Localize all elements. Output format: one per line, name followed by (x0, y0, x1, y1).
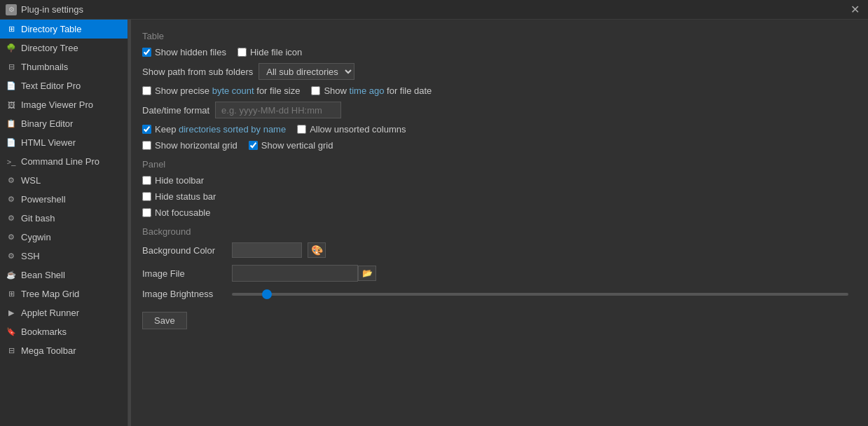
not-focusable-row: Not focusable (142, 207, 857, 218)
close-button[interactable]: ✕ (848, 3, 862, 16)
show-vert-grid-checkbox[interactable] (249, 141, 258, 150)
image-file-label: Image File (142, 268, 226, 279)
hide-toolbar-row: Hide toolbar (142, 175, 857, 186)
show-hidden-files-text: Show hidden files (155, 47, 226, 57)
table-section-title: Table (142, 31, 857, 41)
show-path-select[interactable]: All sub directoriesNoneImmediate (259, 63, 354, 80)
sidebar-item-powershell[interactable]: ⚙Powershell (0, 190, 128, 209)
sidebar-item-directory-tree[interactable]: 🌳Directory Tree (0, 39, 128, 57)
not-focusable-checkbox[interactable] (142, 208, 151, 217)
sidebar-item-applet-runner[interactable]: ▶Applet Runner (0, 303, 128, 322)
allow-unsorted-text: Allow unsorted columns (310, 124, 406, 135)
sidebar-icon-html-viewer: 📄 (6, 137, 17, 149)
hide-statusbar-checkbox[interactable] (142, 192, 151, 201)
hide-toolbar-text: Hide toolbar (155, 175, 204, 186)
sidebar-item-directory-table[interactable]: ⊞Directory Table (0, 20, 128, 39)
sidebar-label-tree-map-grid: Tree Map Grid (21, 289, 79, 299)
sidebar-item-bookmarks[interactable]: 🔖Bookmarks (0, 322, 128, 341)
sidebar-icon-powershell: ⚙ (6, 194, 17, 205)
grid-row: Show horizontal grid Show vertical grid (142, 140, 857, 151)
sidebar-item-ssh[interactable]: ⚙SSH (0, 247, 128, 266)
sidebar-label-command-line-pro: Command Line Pro (21, 156, 99, 167)
sidebar-item-text-editor-pro[interactable]: 📄Text Editor Pro (0, 76, 128, 95)
hide-toolbar-checkbox[interactable] (142, 176, 151, 185)
sidebar-label-html-viewer: HTML Viewer (21, 137, 76, 148)
sidebar-item-binary-editor[interactable]: 📋Binary Editor (0, 114, 128, 133)
sidebar-icon-text-editor-pro: 📄 (6, 81, 17, 92)
hide-file-icon-label[interactable]: Hide file icon (237, 47, 302, 57)
sidebar-icon-image-viewer-pro: 🖼 (6, 99, 17, 111)
sidebar-item-html-viewer[interactable]: 📄HTML Viewer (0, 133, 128, 152)
hide-statusbar-text: Hide status bar (155, 191, 216, 202)
show-horiz-grid-text: Show horizontal grid (155, 140, 237, 151)
keep-dirs-label[interactable]: Keep directories sorted by name (142, 124, 286, 135)
sidebar-icon-bean-shell: ☕ (6, 270, 17, 281)
sidebar-icon-mega-toolbar: ⊟ (6, 345, 17, 357)
sidebar-item-mega-toolbar[interactable]: ⊟Mega Toolbar (0, 341, 128, 360)
hide-statusbar-label[interactable]: Hide status bar (142, 191, 216, 202)
panel-section-title: Panel (142, 159, 857, 170)
sidebar-label-cygwin: Cygwin (21, 232, 51, 242)
sidebar-label-ssh: SSH (21, 251, 40, 261)
sidebar-item-cygwin[interactable]: ⚙Cygwin (0, 228, 128, 247)
time-ago-text: Show time ago for file date (324, 85, 432, 96)
keep-dirs-text: Keep directories sorted by name (155, 124, 286, 135)
image-brightness-slider[interactable] (232, 293, 848, 296)
sidebar-label-git-bash: Git bash (21, 213, 55, 224)
hide-toolbar-label[interactable]: Hide toolbar (142, 175, 204, 186)
color-picker-button[interactable]: 🎨 (308, 242, 326, 258)
precise-byte-checkbox[interactable] (142, 86, 151, 95)
sidebar-icon-tree-map-grid: ⊞ (6, 289, 17, 300)
sidebar-icon-bookmarks: 🔖 (6, 327, 17, 338)
bg-color-label: Background Color (142, 245, 226, 256)
sidebar-item-tree-map-grid[interactable]: ⊞Tree Map Grid (0, 284, 128, 303)
sidebar-label-directory-tree: Directory Tree (21, 43, 78, 53)
precise-byte-label[interactable]: Show precise byte count for file size (142, 85, 300, 96)
keep-dirs-checkbox[interactable] (142, 125, 151, 134)
time-ago-checkbox[interactable] (311, 86, 320, 95)
sidebar-label-thumbnails: Thumbnails (21, 62, 68, 72)
time-ago-label[interactable]: Show time ago for file date (311, 85, 432, 96)
image-brightness-label: Image Brightness (142, 289, 226, 299)
title-bar-title: Plug-in settings (21, 4, 848, 15)
show-vert-grid-text: Show vertical grid (261, 140, 333, 151)
title-bar-icon: ⚙ (6, 4, 17, 15)
show-hidden-files-checkbox[interactable] (142, 48, 151, 57)
allow-unsorted-label[interactable]: Allow unsorted columns (297, 124, 406, 135)
show-vert-grid-label[interactable]: Show vertical grid (249, 140, 333, 151)
sidebar-item-wsl[interactable]: ⚙WSL (0, 171, 128, 190)
sidebar-item-command-line-pro[interactable]: >_Command Line Pro (0, 152, 128, 171)
bg-color-row: Background Color 🎨 (142, 242, 857, 258)
sidebar-label-text-editor-pro: Text Editor Pro (21, 81, 81, 91)
sidebar-label-directory-table: Directory Table (21, 24, 81, 34)
sidebar-item-bean-shell[interactable]: ☕Bean Shell (0, 266, 128, 284)
precise-byte-text: Show precise byte count for file size (155, 85, 300, 96)
sidebar-icon-wsl: ⚙ (6, 175, 17, 186)
sidebar: ⊞Directory Table🌳Directory Tree⊟Thumbnai… (0, 20, 128, 426)
show-hidden-files-label[interactable]: Show hidden files (142, 47, 226, 57)
browse-button[interactable]: 📂 (358, 266, 376, 281)
save-button[interactable]: Save (142, 312, 187, 329)
show-horiz-grid-label[interactable]: Show horizontal grid (142, 140, 237, 151)
allow-unsorted-checkbox[interactable] (297, 125, 306, 134)
datetime-input[interactable] (215, 102, 341, 118)
title-bar: ⚙ Plug-in settings ✕ (0, 0, 868, 20)
sidebar-label-mega-toolbar: Mega Toolbar (21, 345, 76, 356)
sidebar-label-binary-editor: Binary Editor (21, 118, 73, 129)
datetime-label: Date/time format (142, 105, 209, 116)
image-file-input[interactable] (232, 265, 358, 282)
show-horiz-grid-checkbox[interactable] (142, 141, 151, 150)
sidebar-item-thumbnails[interactable]: ⊟Thumbnails (0, 57, 128, 76)
main-container: ⊞Directory Table🌳Directory Tree⊟Thumbnai… (0, 20, 868, 426)
sidebar-label-wsl: WSL (21, 175, 41, 186)
file-input-container: 📂 (232, 265, 376, 282)
sidebar-item-image-viewer-pro[interactable]: 🖼Image Viewer Pro (0, 95, 128, 114)
background-section-title: Background (142, 226, 857, 237)
sidebar-label-applet-runner: Applet Runner (21, 308, 79, 318)
image-brightness-row: Image Brightness (142, 289, 857, 299)
not-focusable-label[interactable]: Not focusable (142, 207, 211, 218)
image-file-row: Image File 📂 (142, 265, 857, 282)
hide-file-icon-checkbox[interactable] (237, 48, 247, 57)
sidebar-item-git-bash[interactable]: ⚙Git bash (0, 209, 128, 228)
sidebar-label-image-viewer-pro: Image Viewer Pro (21, 99, 93, 110)
